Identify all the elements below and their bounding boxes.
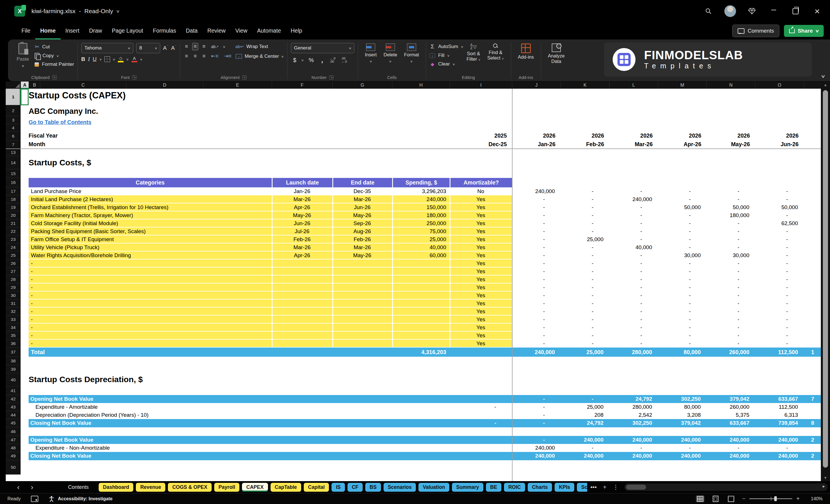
- share-button[interactable]: Share ∨: [784, 25, 824, 37]
- cell-overflow[interactable]: 2: [804, 452, 821, 460]
- read-only-badge[interactable]: Read-Only: [84, 8, 113, 14]
- cell-monthly[interactable]: -: [561, 276, 609, 283]
- selected-cell-a1[interactable]: [21, 89, 29, 105]
- row-header-17[interactable]: 17: [6, 187, 21, 195]
- cell-monthly[interactable]: -: [755, 283, 804, 291]
- cell-end-date[interactable]: May-26: [332, 251, 392, 259]
- cell-monthly[interactable]: -: [755, 244, 804, 251]
- cell-overflow[interactable]: [804, 332, 821, 340]
- cell-monthly[interactable]: -: [755, 195, 804, 203]
- chevron-down-icon[interactable]: ∨: [113, 58, 116, 61]
- row-header-46[interactable]: 46: [6, 427, 21, 436]
- format-cells-button[interactable]: Format∨: [401, 41, 422, 64]
- cell-category[interactable]: -: [29, 308, 272, 315]
- cell-overflow[interactable]: 7: [804, 395, 821, 403]
- cell-launch-date[interactable]: Apr-26: [272, 251, 332, 259]
- align-middle-button[interactable]: ≡: [192, 43, 198, 50]
- cell-launch-date[interactable]: [272, 259, 332, 267]
- cell-monthly[interactable]: -: [512, 323, 561, 332]
- cell-launch-date[interactable]: [272, 276, 332, 283]
- cell-total-monthly[interactable]: 260,000: [706, 348, 755, 357]
- cell-end-date[interactable]: [332, 259, 392, 267]
- cell-end-date[interactable]: [332, 283, 392, 291]
- cell-monthly[interactable]: 240,000: [561, 452, 609, 460]
- cell-spending[interactable]: 40,000: [392, 244, 450, 251]
- column-header-D[interactable]: D: [126, 82, 203, 89]
- cell-month[interactable]: Mar-26: [609, 140, 658, 148]
- cell-launch-date[interactable]: [272, 308, 332, 315]
- cell-monthly[interactable]: -: [609, 259, 658, 267]
- ribbon-tab-automate[interactable]: Automate: [252, 25, 286, 39]
- cell-monthly[interactable]: 112,500: [755, 403, 804, 411]
- cell-monthly[interactable]: -: [609, 283, 658, 291]
- cell-monthly[interactable]: -: [609, 203, 658, 211]
- cell-end-date[interactable]: Aug-26: [332, 227, 392, 235]
- sheet-tab-cogs-opex[interactable]: COGS & OPEX: [168, 483, 212, 492]
- cell-monthly[interactable]: -: [706, 332, 755, 340]
- column-header-E[interactable]: E: [203, 82, 272, 89]
- cell-monthly[interactable]: -: [658, 340, 706, 348]
- cell-monthly[interactable]: -: [706, 315, 755, 323]
- cell-launch-date[interactable]: [272, 315, 332, 323]
- format-painter-button[interactable]: Format Painter: [35, 62, 74, 67]
- align-center-button[interactable]: ≡: [192, 53, 198, 60]
- cell-monthly[interactable]: -: [609, 267, 658, 276]
- cell-end-date[interactable]: [332, 267, 392, 276]
- cell-monthly[interactable]: 50,000: [755, 203, 804, 211]
- cell-monthly[interactable]: -: [561, 315, 609, 323]
- cell-monthly[interactable]: -: [706, 259, 755, 267]
- addins-button[interactable]: Add-ins: [514, 41, 537, 60]
- row-label[interactable]: Closing Net Book Value: [30, 452, 91, 460]
- sheet-tab-capital[interactable]: Capital: [304, 483, 329, 492]
- cell-amortizable[interactable]: Yes: [450, 315, 512, 323]
- cell-end-date[interactable]: Dec-35: [332, 187, 392, 195]
- cell-amortizable[interactable]: Yes: [450, 211, 512, 219]
- cell-amortizable[interactable]: Yes: [450, 308, 512, 315]
- ribbon-tab-formulas[interactable]: Formulas: [148, 25, 181, 39]
- cell-fiscal-year[interactable]: 2026: [658, 131, 706, 140]
- ribbon-tab-view[interactable]: View: [230, 25, 252, 39]
- select-all-corner[interactable]: [6, 82, 21, 89]
- cell-monthly[interactable]: -: [609, 276, 658, 283]
- sheet-tab-be[interactable]: BE: [486, 483, 501, 492]
- cell-spending[interactable]: 25,000: [392, 235, 450, 244]
- cell-monthly[interactable]: 6,313: [755, 411, 804, 419]
- cell-end-date[interactable]: [332, 340, 392, 348]
- cell-spending[interactable]: 75,000: [392, 227, 450, 235]
- cell-monthly[interactable]: -: [609, 219, 658, 227]
- sheet-tab-revenue[interactable]: Revenue: [136, 483, 165, 492]
- row-label[interactable]: Depreciation (Depreciation Period (Years…: [35, 411, 149, 419]
- cell-amortizable[interactable]: Yes: [450, 323, 512, 332]
- cell-monthly[interactable]: 3,208: [658, 411, 706, 419]
- cell-monthly[interactable]: 260,000: [706, 403, 755, 411]
- cell-monthly[interactable]: -: [609, 235, 658, 244]
- cell-monthly[interactable]: 208: [561, 411, 609, 419]
- table-of-contents-link[interactable]: Go to Table of Contents: [29, 119, 92, 126]
- cell-category[interactable]: Orchard Establishment (Trellis, Irrigati…: [29, 203, 272, 211]
- cell-month[interactable]: Apr-26: [658, 140, 706, 148]
- cell-monthly[interactable]: -: [561, 219, 609, 227]
- row-label[interactable]: Expenditure - Amortizable: [35, 403, 98, 411]
- cell-monthly[interactable]: 50,000: [658, 203, 706, 211]
- cell-fiscal-year[interactable]: 2025: [450, 131, 512, 140]
- cell-monthly[interactable]: -: [755, 300, 804, 308]
- cell-end-date[interactable]: [332, 315, 392, 323]
- cell-spending[interactable]: [392, 300, 450, 308]
- cell-category[interactable]: -: [29, 276, 272, 283]
- cell-monthly[interactable]: -: [609, 300, 658, 308]
- cell-monthly[interactable]: -: [755, 315, 804, 323]
- cell-category[interactable]: -: [29, 315, 272, 323]
- sheet-grid[interactable]: 1234671314151617181920212223242526272829…: [6, 89, 821, 481]
- cell-spending[interactable]: 60,000: [392, 251, 450, 259]
- cell-total-monthly[interactable]: 280,000: [609, 348, 658, 357]
- cell-category[interactable]: -: [29, 267, 272, 276]
- column-header-K[interactable]: K: [561, 82, 609, 89]
- scroll-down-icon[interactable]: ▼: [821, 476, 830, 480]
- ribbon-tab-page-layout[interactable]: Page Layout: [107, 25, 148, 39]
- cell-monthly[interactable]: -: [755, 340, 804, 348]
- dialog-launcher-icon[interactable]: ↘: [242, 75, 247, 80]
- cell-spending[interactable]: [392, 308, 450, 315]
- cell-monthly[interactable]: -: [609, 444, 658, 452]
- row-label[interactable]: Opening Net Book Value: [30, 395, 94, 403]
- cell-monthly[interactable]: 302,250: [609, 419, 658, 427]
